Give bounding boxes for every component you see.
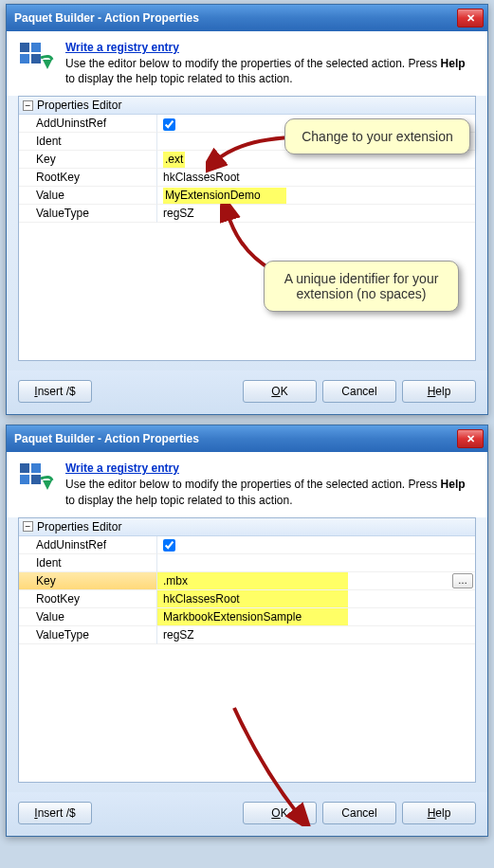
titlebar: Paquet Builder - Action Properties ✕ [7, 425, 487, 452]
svg-rect-0 [20, 43, 29, 52]
prop-label: Ident [19, 133, 157, 151]
prop-value[interactable]: MarkbookExtensionSample [157, 608, 475, 626]
insert-button[interactable]: Insert /$ [18, 380, 92, 403]
row-rootkey[interactable]: RootKey hkClassesRoot [19, 169, 475, 187]
collapse-toggle[interactable]: − [23, 100, 33, 111]
prop-label: AddUninstRef [19, 536, 157, 554]
row-adduninstref[interactable]: AddUninstRef [19, 536, 475, 554]
properties-header: − Properties Editor [19, 518, 475, 536]
close-button[interactable]: ✕ [457, 9, 484, 27]
prop-label: ValueType [19, 205, 157, 223]
window-title: Paquet Builder - Action Properties [14, 5, 199, 31]
prop-value[interactable]: .mbx … [157, 572, 475, 590]
prop-label: Ident [19, 554, 157, 572]
prop-value[interactable]: regSZ [157, 205, 475, 223]
adduninstref-checkbox[interactable] [163, 118, 175, 131]
prop-value[interactable]: MyExtensionDemo [157, 187, 475, 205]
help-button[interactable]: Help [402, 802, 476, 824]
registry-icon [18, 461, 56, 499]
properties-header-label: Properties Editor [37, 99, 121, 112]
properties-header: − Properties Editor [19, 97, 475, 115]
prop-value[interactable]: hkClassesRoot [157, 590, 475, 608]
properties-header-label: Properties Editor [37, 520, 121, 533]
header-link[interactable]: Write a registry entry [65, 41, 179, 54]
callout-unique-identifier: A unique identifier for your extension (… [264, 261, 459, 312]
prop-label: Value [19, 187, 157, 205]
header-description: Use the editor below to modify the prope… [65, 56, 476, 86]
ellipsis-button[interactable]: … [452, 573, 473, 588]
button-bar: Insert /$ OK Cancel Help [7, 792, 487, 836]
svg-rect-5 [31, 463, 41, 473]
prop-value[interactable]: regSZ [157, 626, 475, 644]
collapse-toggle[interactable]: − [23, 521, 33, 532]
svg-rect-7 [31, 475, 41, 484]
svg-rect-6 [20, 475, 29, 484]
header-text: Write a registry entry Use the editor be… [65, 461, 476, 507]
row-valuetype[interactable]: ValueType regSZ [19, 205, 475, 223]
row-rootkey[interactable]: RootKey hkClassesRoot [19, 590, 475, 608]
button-bar: Insert /$ OK Cancel Help [7, 371, 487, 414]
help-button[interactable]: Help [402, 380, 476, 403]
cancel-button[interactable]: Cancel [322, 802, 396, 824]
titlebar: Paquet Builder - Action Properties ✕ [7, 5, 487, 31]
header-area: Write a registry entry Use the editor be… [7, 452, 487, 516]
ok-button[interactable]: OK [243, 802, 317, 824]
prop-label: Key [19, 151, 157, 169]
content-area: − Properties Editor AddUninstRef Ident K… [7, 517, 487, 792]
prop-label: RootKey [19, 169, 157, 187]
properties-editor: − Properties Editor AddUninstRef Ident K… [18, 517, 476, 783]
header-description: Use the editor below to modify the prope… [65, 477, 476, 507]
insert-button[interactable]: Insert /$ [18, 802, 92, 824]
svg-rect-2 [20, 54, 29, 63]
row-valuetype[interactable]: ValueType regSZ [19, 626, 475, 644]
adduninstref-checkbox[interactable] [163, 539, 175, 552]
callout-change-extension: Change to your extension [284, 118, 470, 154]
dialog-action-properties-2: Paquet Builder - Action Properties ✕ Wri… [6, 425, 488, 836]
svg-rect-1 [31, 43, 41, 52]
prop-label: Key [19, 572, 157, 590]
registry-icon [18, 41, 56, 79]
row-value[interactable]: Value MarkbookExtensionSample [19, 608, 475, 626]
ok-button[interactable]: OK [243, 380, 317, 403]
header-area: Write a registry entry Use the editor be… [7, 31, 487, 96]
prop-label: Value [19, 608, 157, 626]
prop-label: AddUninstRef [19, 115, 157, 133]
svg-rect-3 [31, 54, 41, 63]
row-key[interactable]: Key .mbx … [19, 572, 475, 590]
prop-label: RootKey [19, 590, 157, 608]
row-ident[interactable]: Ident [19, 554, 475, 572]
header-text: Write a registry entry Use the editor be… [65, 41, 476, 86]
close-button[interactable]: ✕ [457, 429, 484, 448]
dialog-action-properties-1: Paquet Builder - Action Properties ✕ Wri… [6, 4, 488, 415]
header-link[interactable]: Write a registry entry [65, 461, 179, 475]
row-value[interactable]: Value MyExtensionDemo [19, 187, 475, 205]
prop-label: ValueType [19, 626, 157, 644]
cancel-button[interactable]: Cancel [322, 380, 396, 403]
prop-value[interactable]: hkClassesRoot [157, 169, 475, 187]
prop-value[interactable] [157, 554, 475, 572]
window-title: Paquet Builder - Action Properties [14, 425, 199, 452]
svg-rect-4 [20, 463, 29, 473]
